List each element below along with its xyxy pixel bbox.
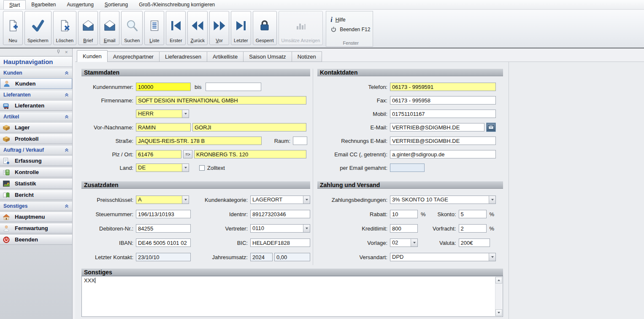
plz-lookup-button[interactable]: => — [183, 150, 192, 158]
menu-start[interactable]: Start — [3, 0, 26, 9]
suchen-button[interactable]: Suchen — [121, 11, 143, 45]
sidebar-group-header-sonstiges[interactable]: Sonstiges — [0, 202, 72, 211]
sidebar-item-kunden[interactable]: Kunden — [0, 78, 72, 89]
pin-icon[interactable] — [57, 50, 60, 55]
telefon-label: Telefon: — [317, 84, 390, 90]
jahresumsatz-jahr-input[interactable] — [250, 253, 273, 261]
kundennummer-bis-input[interactable] — [206, 83, 261, 91]
tab-notizen[interactable]: Notizen — [292, 51, 322, 62]
mobil-input[interactable] — [390, 110, 496, 118]
scroll-down-button[interactable] — [495, 309, 502, 316]
jahresumsatz-wert-input[interactable] — [274, 253, 310, 261]
sidebar-group-header-artikel[interactable]: Artikel — [0, 113, 72, 121]
versandart-select[interactable]: DPD — [390, 253, 496, 261]
entry-document-icon — [3, 157, 10, 165]
vertreter-select[interactable]: 0110 — [250, 224, 310, 233]
hilfe-button[interactable]: i Hilfe — [330, 15, 371, 24]
send-email-button[interactable] — [487, 123, 495, 131]
sidebar-item-lieferanten[interactable]: Lieferanten — [0, 100, 72, 111]
tab-artikelliste[interactable]: Artikelliste — [207, 51, 244, 62]
menu-bearbeiten[interactable]: Bearbeiten — [26, 0, 61, 9]
sonstiges-textarea[interactable]: XXX — [81, 276, 503, 317]
bic-input[interactable] — [250, 239, 310, 247]
letzter-kontakt-input[interactable] — [136, 253, 191, 261]
sidebar-item-fernwartung[interactable]: Fernwartung — [0, 223, 72, 233]
vor-button[interactable]: Vor — [209, 11, 229, 45]
erster-button[interactable]: Erster — [166, 11, 186, 45]
vertical-scrollbar[interactable] — [495, 277, 502, 316]
sidebar-item-bericht[interactable]: Bericht — [0, 190, 72, 200]
kundenkategorie-select[interactable]: LAGERORT — [250, 196, 310, 204]
rabatt-input[interactable] — [390, 210, 418, 218]
nachname-input[interactable] — [192, 123, 306, 131]
sidebar-item-lager[interactable]: Lager — [0, 122, 72, 133]
tab-ansprechpartner[interactable]: Ansprechpartner — [107, 51, 160, 62]
rechnungs-email-input[interactable] — [390, 137, 496, 145]
menu-auswertung[interactable]: Auswertung — [61, 0, 99, 9]
steuernummer-input[interactable] — [136, 210, 191, 218]
close-icon[interactable]: ✕ — [65, 50, 68, 54]
vorname-input[interactable] — [136, 123, 191, 131]
zolltext-checkbox[interactable] — [199, 165, 205, 171]
liste-button[interactable]: Liste — [144, 11, 164, 45]
sidebar-item-kontrolle[interactable]: Kontrolle — [0, 167, 72, 177]
chevron-down-icon[interactable] — [182, 196, 189, 204]
email-input[interactable] — [390, 123, 484, 131]
sidebar-item-erfassung[interactable]: Erfassung — [0, 155, 72, 166]
speichern-button[interactable]: Speichern — [24, 11, 51, 45]
beenden-f12-button[interactable]: Beenden F12 — [330, 24, 371, 34]
brief-button[interactable]: Brief — [78, 11, 98, 45]
scroll-up-button[interactable] — [495, 277, 502, 284]
tab-saison-umsatz[interactable]: Saison Umsatz — [244, 51, 292, 62]
fax-input[interactable] — [390, 96, 496, 105]
chevron-down-icon[interactable] — [303, 196, 310, 204]
tab-lieferadressen[interactable]: Lieferadressen — [160, 51, 207, 62]
kreditlimit-input[interactable] — [390, 224, 418, 233]
vorlage-select[interactable]: 02 — [390, 239, 418, 247]
email-button[interactable]: Email — [100, 11, 119, 45]
email-cc-input[interactable] — [390, 150, 496, 158]
land-select[interactable]: DE — [136, 164, 189, 172]
chevron-down-icon[interactable] — [489, 253, 495, 261]
vorfracht-input[interactable] — [459, 224, 487, 233]
preisschluessel-select[interactable]: A — [136, 196, 189, 204]
menu-gross-klein[interactable]: Groß-/Kleinschreibung korrigieren — [133, 0, 220, 9]
zahlung-versand-section: Zahlung und Versand Zahlungsbedingungen:… — [317, 181, 503, 264]
sidebar-group-header-kunden[interactable]: Kunden — [0, 69, 72, 78]
chevron-down-icon[interactable] — [303, 225, 310, 232]
sidebar-item-protokoll[interactable]: Protokoll — [0, 134, 72, 144]
menu-sortierung[interactable]: Sortierung — [99, 0, 133, 9]
per-email-gemahnt-input[interactable] — [390, 164, 425, 172]
envelope-icon — [103, 13, 116, 38]
valuta-input[interactable] — [459, 239, 490, 247]
neu-button[interactable]: Neu — [3, 11, 23, 45]
steuernummer-label: Steuernummer: — [81, 211, 136, 217]
ort-input[interactable] — [194, 150, 306, 158]
debitoren-nr-input[interactable] — [136, 224, 191, 233]
sidebar-item-hauptmenu[interactable]: Hauptmenu — [0, 212, 72, 222]
sidebar-item-beenden[interactable]: Beenden — [0, 234, 72, 245]
iban-input[interactable] — [136, 239, 191, 247]
identnr-input[interactable] — [250, 210, 310, 218]
zahlungsbedingungen-select[interactable]: 3% SKONTO 10 TAGE — [390, 196, 496, 204]
loeschen-button[interactable]: Löschen — [53, 11, 77, 45]
plz-input[interactable] — [136, 150, 181, 158]
kundennummer-input[interactable] — [136, 83, 191, 91]
gesperrt-button[interactable]: Gesperrt — [253, 11, 277, 45]
anrede-select[interactable]: HERR — [136, 110, 189, 118]
chevron-down-icon[interactable] — [182, 110, 189, 118]
firmenname-input[interactable] — [136, 96, 306, 105]
chevron-down-icon[interactable] — [182, 164, 189, 172]
raum-input[interactable] — [293, 137, 307, 145]
telefon-input[interactable] — [390, 83, 496, 91]
chevron-down-icon[interactable] — [411, 239, 417, 247]
chevron-down-icon[interactable] — [489, 196, 495, 204]
tab-kunden[interactable]: Kunden — [77, 50, 108, 62]
skonto-input[interactable] — [459, 210, 487, 218]
sidebar-group-header-auftrag-verkauf[interactable]: Auftrag / Verkauf — [0, 146, 72, 155]
sidebar-item-statistik[interactable]: Statistik — [0, 178, 72, 189]
strasse-input[interactable] — [136, 137, 262, 145]
letzter-button[interactable]: Letzter — [231, 11, 251, 45]
sidebar-group-header-lieferanten[interactable]: Lieferanten — [0, 91, 72, 99]
zurueck-button[interactable]: Zurück — [187, 11, 208, 45]
